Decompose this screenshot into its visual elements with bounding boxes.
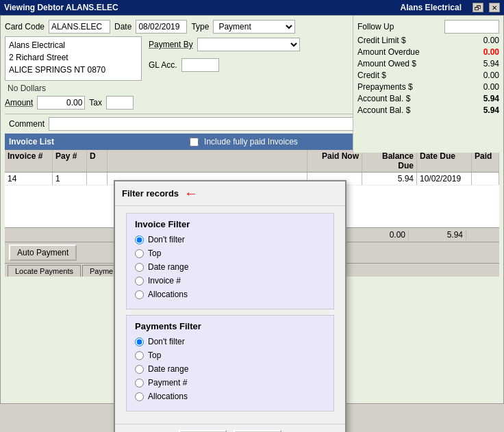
payments-option-0-label: Don't filter [148,337,185,346]
payments-filter-option-2: Date range [135,364,325,374]
gl-acc-row: GL Acc. [149,58,300,72]
payments-radio-1[interactable] [135,351,144,360]
payments-option-2-label: Date range [148,364,188,374]
invoice-option-3-label: Invoice # [148,276,181,285]
account-bal2-label: Account Bal. $ [357,105,410,115]
credit-limit-value: 0.00 [458,36,499,45]
payments-filter-section: Payments Filter Don't filter Top Date ra… [126,315,334,411]
window-title: Viewing Debtor ALANS.ELEC [4,3,118,12]
col-header-date-due: Date Due [417,150,472,172]
tax-label: Tax [89,98,102,107]
amount-owed-value: 5.94 [458,59,499,68]
invoice-filter-option-1: Top [135,249,325,258]
amount-owed-label: Amount Owed $ [357,59,416,68]
prepayments-label: Prepayments $ [357,82,413,92]
card-code-label: Card Code [5,22,45,31]
invoice-filter-option-0: Don't filter [135,235,325,244]
amount-label: Amount [5,98,33,107]
address-line1: Alans Electrical [9,39,138,51]
total-balance-due: 5.94 [412,230,466,240]
date-input[interactable] [136,20,187,34]
auto-payment-button[interactable]: Auto Payment [9,244,77,261]
address-line3: ALICE SPRINGS NT 0870 [9,64,138,76]
col-header-paid: Paid [472,150,499,172]
invoice-option-4-label: Allocations [148,290,188,299]
cell-balance: 5.94 [362,173,417,185]
filter-arrow-icon: ← [184,186,198,201]
amount-overdue-label: Amount Overdue [357,47,420,57]
credit-limit-label: Credit Limit $ [357,36,406,45]
invoice-filter-option-3: Invoice # [135,276,325,285]
col-header-invoice: Invoice # [5,150,53,172]
filter-dialog-header: Filter records ← [115,181,345,206]
title-bar: Viewing Debtor ALANS.ELEC Alans Electric… [0,0,504,15]
amount-input[interactable] [37,96,85,110]
invoice-option-1-label: Top [148,249,161,258]
credit-limit-row: Credit Limit $ 0.00 [357,36,499,45]
address-box: Alans Electrical 2 Richard Street ALICE … [5,36,142,81]
payments-filter-title: Payments Filter [135,321,325,331]
no-dollars-label: No Dollars [5,84,342,93]
amount-row: Amount Tax [5,96,342,110]
follow-up-input[interactable] [444,20,499,34]
follow-up-row: Follow Up [357,20,499,34]
gl-acc-input[interactable] [181,58,219,72]
filter-buttons: OK Cancel [115,424,345,432]
prepayments-value: 0.00 [458,82,499,92]
title-bar-right: Alans Electrical 🗗 ✕ [401,3,500,12]
col-header-d: D [87,150,108,172]
invoice-list-title: Invoice List [9,137,54,147]
col-header-balance: Balance Due [362,150,417,172]
invoice-filter-option-2: Date range [135,262,325,272]
account-bal2-value: 5.94 [458,105,499,115]
col-header-paid-now: Paid Now [307,150,362,172]
tax-input[interactable] [106,96,134,110]
invoice-radio-3[interactable] [135,277,144,285]
account-bal2-row: Account Bal. $ 5.94 [357,105,499,115]
payments-radio-3[interactable] [135,379,144,387]
credit-label: Credit $ [357,71,386,80]
invoice-radio-2[interactable] [135,263,144,272]
filter-body: Invoice Filter Don't filter Top Date ran… [115,206,345,424]
account-bal1-value: 5.94 [458,94,499,103]
payments-filter-option-3: Payment # [135,378,325,387]
account-bal1-row: Account Bal. $ 5.94 [357,94,499,103]
filter-dialog: Filter records ← Invoice Filter Don't fi… [114,180,346,432]
invoice-option-0-label: Don't filter [148,235,185,244]
payment-by-select[interactable] [197,38,300,51]
invoice-radio-1[interactable] [135,249,144,258]
invoice-filter-section: Invoice Filter Don't filter Top Date ran… [126,213,334,309]
amount-owed-row: Amount Owed $ 5.94 [357,59,499,68]
payments-radio-4[interactable] [135,392,144,401]
invoice-option-2-label: Date range [148,262,188,272]
amount-overdue-row: Amount Overdue 0.00 [357,47,499,57]
payment-by-row: Payment By [149,38,300,51]
total-paid [469,230,496,240]
close-button[interactable]: ✕ [489,3,500,12]
payments-filter-option-0: Don't filter [135,337,325,346]
invoice-radio-0[interactable] [135,236,144,244]
address-line2: 2 Richard Street [9,51,138,64]
tab-locate-payments[interactable]: Locate Payments [8,265,81,277]
gl-acc-label: GL Acc. [149,60,177,70]
restore-button[interactable]: 🗗 [473,3,483,12]
card-code-input[interactable] [49,20,110,34]
cell-d [87,173,108,185]
comment-label: Comment [9,119,45,129]
cell-pay: 1 [53,173,87,185]
date-label: Date [114,22,131,31]
prepayments-row: Prepayments $ 0.00 [357,82,499,92]
include-paid-checkbox[interactable] [190,138,199,147]
col-header-pay: Pay # [53,150,87,172]
account-bal1-label: Account Bal. $ [357,94,410,103]
payments-radio-0[interactable] [135,338,144,346]
card-code-row: Card Code Date Type Payment Invoice Cred… [5,20,342,34]
type-select[interactable]: Payment Invoice Credit [213,20,295,34]
payments-option-4-label: Allocations [148,392,188,401]
payments-filter-option-1: Top [135,351,325,360]
cell-invoice: 14 [5,173,53,185]
follow-up-label: Follow Up [357,22,394,31]
invoice-radio-4[interactable] [135,290,144,299]
payments-radio-2[interactable] [135,365,144,374]
filter-dialog-title: Filter records [122,188,179,199]
